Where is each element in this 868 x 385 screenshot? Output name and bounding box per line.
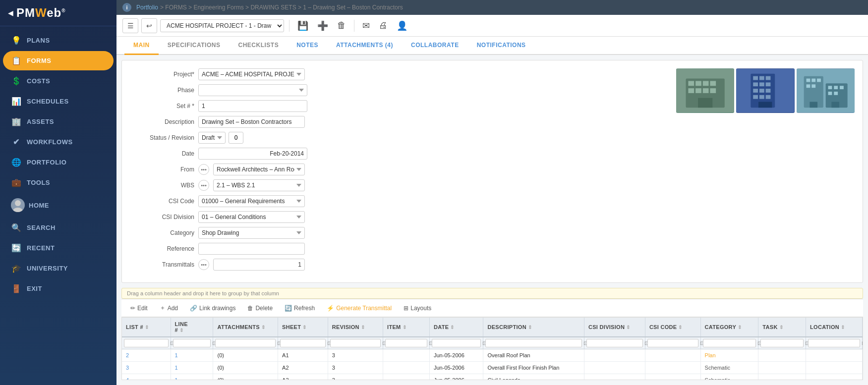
- transmittals-field[interactable]: [213, 259, 305, 271]
- sidebar-item-label: TOOLS: [27, 179, 50, 186]
- delete-btn[interactable]: 🗑: [334, 18, 349, 33]
- csi-division-field[interactable]: 01 – General Conditions: [198, 211, 305, 223]
- from-dots-btn[interactable]: •••: [198, 164, 209, 175]
- breadcrumb-portfolio[interactable]: Portfolio: [136, 4, 158, 11]
- csi-division-label: CSI Division: [130, 214, 194, 220]
- svg-rect-12: [698, 98, 712, 108]
- print-btn[interactable]: 🖨: [376, 18, 391, 33]
- csi-code-field[interactable]: 01000 – General Requirements: [198, 195, 305, 207]
- filter-item[interactable]: [385, 339, 427, 347]
- sidebar-item-search[interactable]: 🔍 SEARCH: [3, 218, 114, 237]
- save-btn[interactable]: 💾: [294, 18, 311, 33]
- cell-list[interactable]: 2: [122, 349, 171, 362]
- wbs-dots-btn[interactable]: •••: [198, 180, 209, 191]
- sidebar-item-label: EXIT: [27, 285, 42, 292]
- tab-specifications[interactable]: SPECIFICATIONS: [159, 37, 230, 55]
- filter-date[interactable]: [432, 339, 481, 347]
- nav-icon-portfolio: 🌐: [11, 158, 22, 167]
- cell-list[interactable]: 3: [122, 362, 171, 374]
- svg-rect-35: [811, 84, 815, 88]
- set-field[interactable]: 1: [198, 100, 307, 112]
- generate-btn[interactable]: ⚡ Generate Transmittal: [323, 303, 396, 313]
- delete-detail-btn[interactable]: 🗑 Delete: [243, 303, 277, 313]
- cell-list[interactable]: 4: [122, 374, 171, 381]
- sidebar-item-workflows[interactable]: ✔ WORKFLOWS: [3, 132, 114, 152]
- filter-revision[interactable]: [330, 339, 381, 347]
- filter-task[interactable]: [760, 339, 804, 347]
- sidebar-item-assets[interactable]: 🏢 ASSETS: [3, 112, 114, 131]
- info-icon[interactable]: i: [122, 3, 131, 12]
- user-btn[interactable]: 👤: [394, 18, 410, 33]
- filter-attach[interactable]: [215, 339, 276, 347]
- tab-main[interactable]: MAIN: [124, 37, 159, 55]
- edit-btn[interactable]: ✏ Edit: [126, 303, 152, 313]
- sidebar-item-university[interactable]: 🎓 UNIVERSITY: [3, 259, 114, 278]
- content-area: Project* ACME – ACME HOSPITAL PROJECT Ph…: [116, 55, 868, 385]
- add-btn[interactable]: ➕: [314, 18, 331, 33]
- project-select[interactable]: ACME HOSPITAL PROJECT - 1 - Draw: [160, 19, 284, 32]
- revision-field[interactable]: [229, 132, 243, 144]
- col-description: DESCRIPTION⇕: [483, 318, 584, 337]
- csi-code-row: CSI Code 01000 – General Requirements: [130, 195, 666, 207]
- svg-rect-34: [806, 84, 810, 88]
- project-field[interactable]: ACME – ACME HOSPITAL PROJECT: [198, 68, 305, 80]
- col-location: LOCATION⇕: [806, 318, 863, 337]
- link-drawings-btn[interactable]: 🔗 Link drawings: [186, 303, 239, 313]
- undo-btn[interactable]: ↩: [141, 18, 157, 33]
- filter-location-btn[interactable]: ⊡: [860, 340, 863, 346]
- phase-field[interactable]: [198, 84, 307, 96]
- description-field[interactable]: Drawing Set – Boston Contractors: [198, 116, 305, 128]
- transmittals-dots-btn[interactable]: •••: [198, 259, 209, 270]
- svg-rect-37: [834, 86, 838, 89]
- filter-category[interactable]: [703, 339, 756, 347]
- cell-line[interactable]: 1: [171, 362, 213, 374]
- wbs-field[interactable]: 2.1 – WBS 2.1: [213, 179, 305, 191]
- sidebar-item-tools[interactable]: 💼 TOOLS: [3, 173, 114, 192]
- cell-line[interactable]: 1: [171, 374, 213, 381]
- category-field[interactable]: Shop Drawing: [198, 227, 305, 239]
- cell-task: [758, 374, 806, 381]
- tab-attachments[interactable]: ATTACHMENTS (4): [327, 37, 402, 55]
- reference-field[interactable]: [198, 243, 305, 255]
- back-arrow[interactable]: ◀: [8, 9, 13, 17]
- tab-notifications[interactable]: NOTIFICATIONS: [468, 37, 535, 55]
- sidebar-item-schedules[interactable]: 📊 SCHEDULES: [3, 92, 114, 111]
- filter-desc[interactable]: [485, 339, 581, 347]
- filter-csi-code[interactable]: [647, 339, 698, 347]
- tab-checklists[interactable]: CHECKLISTS: [229, 37, 288, 55]
- cell-line[interactable]: 1: [171, 349, 213, 362]
- sidebar-item-home[interactable]: HOME: [3, 193, 114, 217]
- sidebar-item-portfolio[interactable]: 🌐 PORTFOLIO: [3, 153, 114, 172]
- menu-icon-btn[interactable]: ☰: [122, 18, 138, 33]
- tab-notes[interactable]: NOTES: [288, 37, 327, 55]
- cell-description: Overall First Floor Finish Plan: [483, 362, 584, 374]
- svg-rect-32: [811, 79, 815, 82]
- filter-location[interactable]: [808, 339, 860, 347]
- date-field[interactable]: [198, 148, 307, 160]
- main-area: i Portfolio > FORMS > Engineering Forms …: [116, 0, 868, 385]
- filter-sheet[interactable]: [280, 339, 326, 347]
- col-date: DATE⇕: [429, 318, 483, 337]
- add-detail-btn[interactable]: ＋ Add: [156, 302, 182, 314]
- date-row: Date: [130, 148, 666, 160]
- status-field[interactable]: Draft: [198, 132, 226, 144]
- col-revision: REVISION⇕: [328, 318, 383, 337]
- col-csi-division: CSI DIVISION⇕: [584, 318, 645, 337]
- nav-icon-workflows: ✔: [11, 137, 22, 147]
- filter-csi-div[interactable]: [586, 339, 643, 347]
- sidebar-item-plans[interactable]: 💡 PLANS: [3, 31, 114, 50]
- sidebar-item-forms[interactable]: 📋 FORMS: [3, 51, 114, 70]
- refresh-btn[interactable]: 🔄 Refresh: [281, 303, 319, 313]
- filter-line[interactable]: [173, 339, 211, 347]
- layouts-btn[interactable]: ⊞ Layouts: [400, 303, 435, 313]
- tab-collaborate[interactable]: COLLABORATE: [402, 37, 468, 55]
- from-field[interactable]: Rockwell Architects – Ann Rockwell: [213, 164, 305, 175]
- delete-icon: 🗑: [247, 305, 253, 312]
- sidebar-item-recent[interactable]: 🔄 RECENT: [3, 238, 114, 258]
- filter-list[interactable]: [124, 339, 169, 347]
- sidebar-item-costs[interactable]: 💲 COSTS: [3, 71, 114, 91]
- email-btn[interactable]: ✉: [359, 18, 373, 33]
- sidebar-item-label: ASSETS: [27, 118, 54, 125]
- sidebar-item-exit[interactable]: 🚪 EXIT: [3, 279, 114, 298]
- svg-point-1: [13, 208, 23, 212]
